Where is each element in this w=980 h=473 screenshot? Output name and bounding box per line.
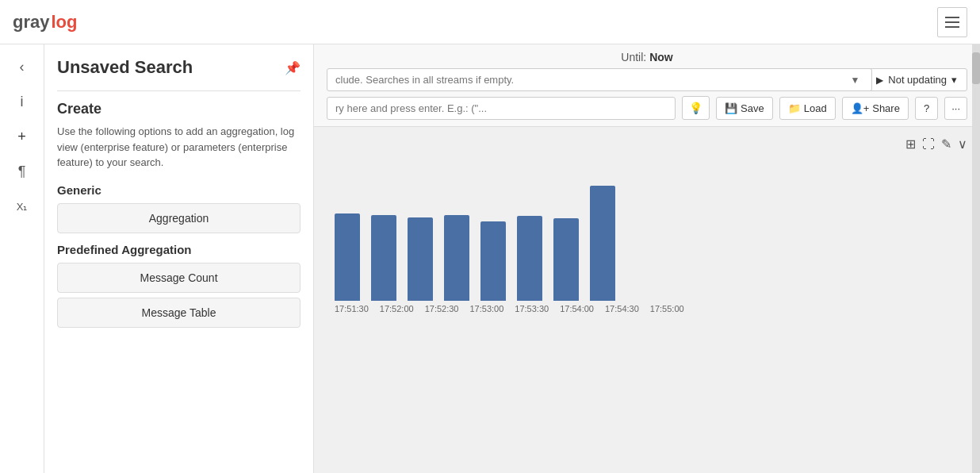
chart-labels: 17:51:3017:52:0017:52:3017:53:0017:53:30… [327, 304, 967, 313]
share-icon: 👤+ [851, 102, 870, 114]
pin-icon[interactable]: 📌 [285, 60, 301, 75]
more-options-button[interactable]: ··· [944, 97, 967, 120]
play-icon: ▶ [876, 75, 883, 86]
chart-bar [590, 186, 615, 301]
logo-log-text: log [51, 12, 77, 33]
expand-chart-button[interactable]: ⊞ [905, 137, 916, 152]
scroll-thumb [972, 52, 980, 84]
stream-row: ▼ ▶ Not updating ▾ [327, 68, 967, 91]
subscript-button[interactable]: X₁ [6, 190, 38, 222]
navbar: graylog [0, 0, 980, 44]
chart-bar [480, 221, 506, 301]
chart-bar [517, 216, 542, 301]
chart-label: 17:54:00 [560, 304, 594, 313]
load-label: Load [804, 102, 827, 114]
logo: graylog [13, 12, 77, 33]
chart-label: 17:53:30 [515, 304, 549, 313]
chart-label: 17:53:00 [469, 304, 503, 313]
content-area: Until: Now ▼ ▶ Not updating ▾ 💡 💾 [314, 44, 980, 473]
not-updating-label: Not updating [888, 74, 947, 86]
sidebar-title-text: Unsaved Search [57, 57, 193, 78]
time-row: Until: Now [327, 51, 967, 63]
chart-area: ⊞ ⛶ ✎ ∨ 17:51:3017:52:0017:52:3017:53:00… [314, 127, 980, 473]
collapse-sidebar-button[interactable]: ‹ [6, 51, 38, 83]
query-input[interactable] [327, 97, 676, 120]
search-header: Until: Now ▼ ▶ Not updating ▾ 💡 💾 [314, 44, 980, 127]
aggregation-button[interactable]: Aggregation [57, 203, 301, 233]
hamburger-line-1 [945, 17, 959, 18]
icon-sidebar: ‹ i + ¶ X₁ [0, 44, 44, 473]
save-label: Save [741, 102, 764, 114]
chart-label: 17:52:30 [425, 304, 459, 313]
chart-label: 17:54:30 [605, 304, 639, 313]
help-button[interactable]: ? [915, 97, 938, 120]
fullscreen-chart-button[interactable]: ⛶ [922, 137, 935, 152]
chart-bar [408, 217, 433, 301]
share-button[interactable]: 👤+ Share [842, 97, 909, 120]
load-button[interactable]: 📁 Load [779, 97, 836, 120]
hamburger-line-3 [945, 26, 959, 28]
paragraph-button[interactable]: ¶ [6, 156, 38, 187]
stream-input[interactable] [327, 68, 872, 91]
not-updating-chevron-icon: ▾ [951, 74, 957, 86]
time-value: Now [649, 51, 673, 63]
chart-bar [444, 215, 469, 301]
logo-gray-text: gray [13, 12, 49, 33]
save-icon: 💾 [725, 102, 737, 114]
sidebar-title-row: Unsaved Search 📌 [57, 57, 301, 78]
collapse-chart-button[interactable]: ∨ [958, 137, 967, 152]
chart-toolbar: ⊞ ⛶ ✎ ∨ [327, 137, 967, 152]
create-heading: Create [57, 101, 301, 117]
predefined-aggregation-label: Predefined Aggregation [57, 243, 301, 256]
chart-bar [371, 215, 396, 301]
message-table-button[interactable]: Message Table [57, 298, 301, 328]
chart-bars [327, 174, 615, 301]
chart-label: 17:52:00 [380, 304, 414, 313]
main-layout: ‹ i + ¶ X₁ Unsaved Search 📌 Create Use t… [0, 44, 980, 473]
load-icon: 📁 [788, 102, 801, 114]
chart-label: 17:55:00 [650, 304, 684, 313]
query-row: 💡 💾 Save 📁 Load 👤+ Share ? ··· [327, 96, 967, 120]
hamburger-button[interactable] [937, 7, 967, 37]
info-button[interactable]: i [6, 86, 38, 117]
title-divider [57, 90, 301, 91]
time-label: Until: [621, 51, 646, 63]
edit-chart-button[interactable]: ✎ [941, 137, 951, 152]
create-description: Use the following options to add an aggr… [57, 124, 301, 171]
add-widget-button[interactable]: + [6, 121, 38, 152]
chart-bar [553, 218, 579, 301]
chart-bar [335, 213, 360, 301]
play-button[interactable]: ▶ Not updating ▾ [866, 68, 967, 91]
lightbulb-button[interactable]: 💡 [682, 96, 710, 120]
scroll-indicator[interactable] [972, 44, 980, 473]
chart-container [327, 158, 967, 301]
message-count-button[interactable]: Message Count [57, 263, 301, 293]
panel-sidebar: Unsaved Search 📌 Create Use the followin… [44, 44, 314, 473]
generic-label: Generic [57, 183, 301, 197]
share-label: Share [872, 102, 900, 114]
hamburger-line-2 [945, 21, 959, 23]
chart-label: 17:51:30 [335, 304, 369, 313]
save-button[interactable]: 💾 Save [716, 97, 773, 120]
